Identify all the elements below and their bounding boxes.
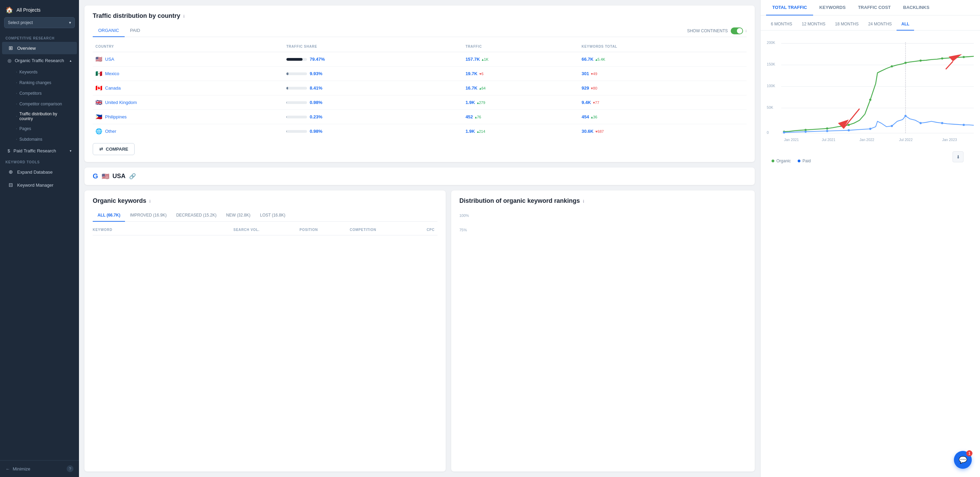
svg-point-25: [941, 57, 943, 59]
sidebar-item-paid-traffic[interactable]: $ Paid Traffic Research ▾: [2, 145, 77, 157]
chart-tabs: TOTAL TRAFFIC KEYWORDS TRAFFIC COST BACK…: [760, 0, 980, 16]
country-flag: 🇲🇽: [95, 70, 102, 77]
svg-point-27: [783, 132, 785, 133]
filter-tab-new[interactable]: NEW (32.8K): [221, 210, 256, 222]
traffic-cell: 452 ▴76: [463, 110, 579, 124]
col-traffic: TRAFFIC: [463, 43, 579, 52]
country-name-link[interactable]: Other: [105, 129, 116, 134]
table-row[interactable]: 🌐 Other 0.98% 1.9K ▴214 30.6K ▾687: [93, 124, 746, 139]
sidebar-item-expand-database[interactable]: ⊕ Expand Database: [2, 166, 77, 178]
help-icon[interactable]: ?: [67, 465, 73, 472]
chart-legend: Organic Paid ⬇: [766, 153, 975, 171]
svg-text:Jan 2021: Jan 2021: [784, 138, 799, 142]
home-icon: 🏠: [5, 6, 13, 14]
distribution-info-icon[interactable]: i: [583, 199, 584, 204]
sidebar-subitem-traffic-distribution[interactable]: Traffic distribution by country: [13, 109, 77, 123]
chart-tab-total-traffic[interactable]: TOTAL TRAFFIC: [766, 0, 813, 16]
project-select[interactable]: Select project ▾: [4, 17, 75, 28]
svg-point-26: [963, 56, 964, 58]
time-tab-6m[interactable]: 6 MONTHS: [766, 19, 797, 30]
filter-tab-all[interactable]: ALL (66.7K): [93, 210, 125, 222]
sidebar-subitem-subdomains[interactable]: Subdomains: [13, 134, 77, 144]
country-flag: 🇨🇦: [95, 85, 102, 91]
svg-text:200K: 200K: [767, 41, 775, 44]
progress-bar: [286, 87, 307, 90]
toggle-knob: [737, 28, 742, 33]
country-cell: 🇲🇽 Mexico: [93, 67, 284, 81]
svg-point-33: [904, 115, 907, 117]
sidebar-subitem-pages[interactable]: Pages: [13, 124, 77, 134]
traffic-share-cell: 79.47%: [284, 52, 463, 67]
share-pct: 0.23%: [310, 114, 323, 119]
organic-kw-info-icon[interactable]: i: [150, 199, 150, 204]
chat-badge: 1: [966, 450, 972, 456]
keywords-cell: 301 ▾49: [579, 67, 746, 81]
time-tab-18m[interactable]: 18 MONTHS: [830, 19, 864, 30]
country-name-link[interactable]: Mexico: [105, 71, 119, 76]
traffic-cell: 1.9K ▴214: [463, 124, 579, 139]
filter-tab-decreased[interactable]: DECREASED (15.2K): [171, 210, 221, 222]
country-name-link[interactable]: USA: [105, 57, 115, 62]
show-continents-toggle[interactable]: [731, 27, 743, 34]
tab-paid[interactable]: PAID: [125, 25, 146, 37]
chat-button[interactable]: 💬 1: [954, 451, 972, 469]
svg-text:Jan 2022: Jan 2022: [859, 138, 874, 142]
chart-tab-traffic-cost[interactable]: TRAFFIC COST: [852, 0, 897, 16]
traffic-chart-svg: 200K 150K 100K 50K 0 Jan 2021 Jul 2: [766, 36, 975, 153]
filter-tab-lost[interactable]: LOST (16.8K): [255, 210, 290, 222]
chart-download-button[interactable]: ⬇: [953, 151, 964, 162]
overview-icon: ⊞: [8, 45, 14, 51]
svg-text:Jul 2022: Jul 2022: [899, 138, 913, 142]
paid-legend-dot: [798, 160, 800, 162]
svg-point-21: [869, 99, 871, 101]
paid-traffic-icon: $: [8, 148, 10, 154]
sidebar-item-organic-traffic[interactable]: ◎ Organic Traffic Research ▴: [2, 55, 77, 66]
svg-text:Jan 2023: Jan 2023: [942, 138, 957, 142]
domain-link-icon[interactable]: 🔗: [129, 173, 136, 179]
table-row[interactable]: 🇨🇦 Canada 8.41% 16.7K ▴64 929 ▾80: [93, 81, 746, 95]
sidebar-item-keyword-manager[interactable]: ⊟ Keyword Manager: [2, 179, 77, 191]
time-tab-all[interactable]: ALL: [897, 19, 914, 30]
compare-button[interactable]: ⇄ COMPARE: [93, 143, 135, 155]
sidebar-subitem-competitors[interactable]: Competitors: [13, 88, 77, 98]
sidebar-subitem-keywords[interactable]: Keywords: [13, 67, 77, 77]
legend-organic: Organic: [772, 158, 791, 163]
sidebar-subitem-competitor-comparison[interactable]: Competitor comparison: [13, 99, 77, 109]
chart-tab-keywords[interactable]: KEYWORDS: [813, 0, 852, 16]
selected-flag: 🇺🇸: [102, 173, 109, 180]
sidebar-subitem-ranking-changes[interactable]: Ranking changes: [13, 78, 77, 88]
svg-point-19: [826, 127, 828, 129]
progress-bar: [286, 101, 307, 104]
keywords-cell: 9.4K ▾77: [579, 95, 746, 110]
svg-marker-39: [949, 54, 962, 62]
tab-organic[interactable]: ORGANIC: [93, 25, 125, 37]
svg-line-38: [843, 109, 859, 129]
country-name-link[interactable]: Philippines: [105, 114, 127, 119]
bottom-row: Organic keywords i ALL (66.7K) IMPROVED …: [84, 190, 755, 472]
table-row[interactable]: 🇵🇭 Philippines 0.23% 452 ▴76 454 ▴36: [93, 110, 746, 124]
traffic-share-cell: 0.23%: [284, 110, 463, 124]
organic-legend-dot: [772, 160, 774, 162]
minimize-btn[interactable]: ← Minimize ?: [0, 460, 79, 477]
all-projects-link[interactable]: 🏠 All Projects: [0, 0, 79, 17]
keywords-value: 30.6K: [582, 129, 594, 134]
country-cell: 🇨🇦 Canada: [93, 81, 284, 95]
traffic-title-info-icon[interactable]: i: [183, 14, 185, 19]
table-row[interactable]: 🇲🇽 Mexico 9.93% 19.7K ▾6 301 ▾49: [93, 67, 746, 81]
expand-db-label: Expand Database: [17, 170, 52, 175]
traffic-value: 157.7K: [466, 57, 480, 62]
chart-tab-backlinks[interactable]: BACKLINKS: [897, 0, 936, 16]
filter-tab-improved[interactable]: IMPROVED (16.9K): [125, 210, 171, 222]
svg-text:Jul 2021: Jul 2021: [822, 138, 835, 142]
keywords-cell: 454 ▴36: [579, 110, 746, 124]
time-tab-24m[interactable]: 24 MONTHS: [863, 19, 897, 30]
sidebar-item-overview[interactable]: ⊞ Overview: [2, 42, 77, 54]
time-tab-12m[interactable]: 12 MONTHS: [797, 19, 830, 30]
table-row[interactable]: 🇬🇧 United Kingdom 0.98% 1.9K ▴279 9.4K ▾…: [93, 95, 746, 110]
country-name-link[interactable]: Canada: [105, 86, 121, 90]
svg-point-29: [826, 130, 828, 132]
country-name-link[interactable]: United Kingdom: [105, 100, 137, 105]
traffic-share-cell: 0.98%: [284, 95, 463, 110]
distribution-rankings-card: Distribution of organic keyword rankings…: [451, 190, 755, 472]
table-row[interactable]: 🇺🇸 USA 79.47% 157.7K ▴1K 66.7K ▴5.4K: [93, 52, 746, 67]
